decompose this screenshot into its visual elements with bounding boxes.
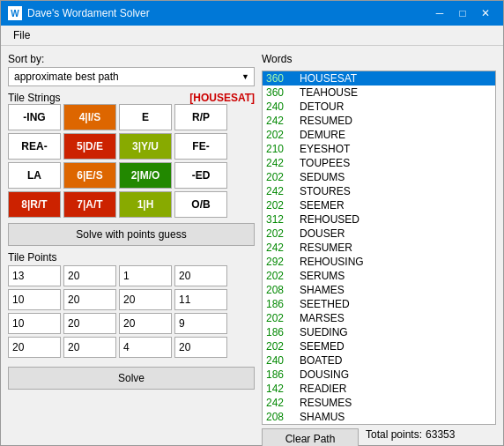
word-score: 208 <box>266 284 293 296</box>
word-item[interactable]: 240DETOUR <box>263 100 495 114</box>
word-score: 202 <box>266 199 293 212</box>
minimize-button[interactable]: ─ <box>429 4 450 22</box>
tile[interactable]: O/B <box>174 191 227 218</box>
point-input[interactable] <box>174 337 227 358</box>
word-text: REHOUSING <box>300 256 364 268</box>
word-score: 202 <box>266 270 293 282</box>
word-text: EYESHOT <box>300 143 350 155</box>
word-score: 240 <box>266 100 293 113</box>
tile[interactable]: E <box>119 104 172 130</box>
word-item[interactable]: 208SHAMES <box>263 283 495 297</box>
word-text: SHAMUS <box>300 411 345 423</box>
point-input[interactable] <box>174 289 227 310</box>
word-item[interactable]: 242STOURES <box>263 184 495 198</box>
word-text: SEEMED <box>300 340 345 353</box>
solve-guess-button[interactable]: Solve with points guess <box>8 223 255 246</box>
tile[interactable]: 3|Y/U <box>119 133 172 160</box>
word-item[interactable]: 186DOUSING <box>263 368 495 382</box>
word-item[interactable]: 360HOUSESAT <box>263 71 495 85</box>
tile[interactable]: 2|M/O <box>119 162 172 189</box>
sort-label: Sort by: <box>8 53 255 65</box>
point-input[interactable] <box>119 265 172 286</box>
tile[interactable]: 4|I/S <box>63 104 116 130</box>
tile[interactable]: 1|H <box>119 191 172 218</box>
point-input[interactable] <box>174 265 227 286</box>
word-item[interactable]: 360TEAHOUSE <box>263 85 495 100</box>
word-item[interactable]: 292REHOUSING <box>263 255 495 269</box>
close-button[interactable]: ✕ <box>475 4 496 22</box>
word-score: 312 <box>266 213 293 226</box>
total-points-value: 63353 <box>426 428 455 441</box>
word-item[interactable]: 202DOUSER <box>263 227 495 241</box>
word-score: 142 <box>266 383 293 395</box>
word-text: DETOUR <box>300 100 344 113</box>
point-input[interactable] <box>63 289 116 310</box>
tile-points-section: Tile Points <box>8 251 255 358</box>
word-item[interactable]: 202DEMURE <box>263 128 495 142</box>
tile[interactable]: 5|D/E <box>63 133 116 160</box>
word-item[interactable]: 242RESUMER <box>263 241 495 255</box>
word-item[interactable]: 202SEDUMS <box>263 170 495 184</box>
point-input[interactable] <box>63 265 116 286</box>
word-item[interactable]: 202SEEMER <box>263 198 495 212</box>
word-item[interactable]: 186SEETHED <box>263 297 495 311</box>
word-score: 208 <box>266 411 293 423</box>
point-input[interactable] <box>174 313 227 334</box>
word-item[interactable]: 242RESUMES <box>263 396 495 410</box>
right-buttons: Clear Path Clear Board <box>262 428 359 446</box>
point-input[interactable] <box>119 313 172 334</box>
word-text: DOUSING <box>300 368 349 381</box>
word-item[interactable]: 210EYESHOT <box>263 142 495 156</box>
word-text: HOUSESAT <box>300 72 357 85</box>
word-text: SUEDING <box>300 326 348 338</box>
sort-section: Sort by: approximate best pathscorealpha… <box>8 53 255 86</box>
point-input[interactable] <box>119 337 172 358</box>
word-item[interactable]: 312REHOUSED <box>263 212 495 227</box>
maximize-button[interactable]: □ <box>452 4 473 22</box>
point-input[interactable] <box>63 337 116 358</box>
word-item[interactable]: 142READIER <box>263 382 495 396</box>
tile[interactable]: LA <box>8 162 61 189</box>
word-item[interactable]: 202MARSES <box>263 311 495 325</box>
solve-button[interactable]: Solve <box>8 367 255 390</box>
stats-section: Total points: 63353 Words found: 618 <box>366 428 455 446</box>
tile[interactable]: 8|R/T <box>8 191 61 218</box>
tile[interactable]: 7|A/T <box>63 191 116 218</box>
word-item[interactable]: 242RESUMED <box>263 114 495 128</box>
tile[interactable]: -ING <box>8 104 61 130</box>
word-text: READIER <box>300 383 346 395</box>
sort-select[interactable]: approximate best pathscorealphabetical <box>8 67 255 86</box>
clear-path-button[interactable]: Clear Path <box>262 428 359 446</box>
tile[interactable]: -ED <box>174 162 227 189</box>
point-input[interactable] <box>63 313 116 334</box>
tile[interactable]: FE- <box>174 133 227 160</box>
word-text: REHOUSED <box>300 213 359 226</box>
word-item[interactable]: 202SERUMS <box>263 269 495 283</box>
word-item[interactable]: 202SEEMED <box>263 339 495 353</box>
point-input[interactable] <box>8 265 61 286</box>
word-score: 186 <box>266 298 293 310</box>
tile-points-label: Tile Points <box>8 251 255 264</box>
word-text: MARSES <box>300 312 345 324</box>
word-score: 240 <box>266 354 293 367</box>
point-input[interactable] <box>8 313 61 334</box>
word-item[interactable]: 242TOUPEES <box>263 156 495 170</box>
title-bar: W Dave's Wordament Solver ─ □ ✕ <box>1 1 503 26</box>
word-item[interactable]: 240BOATED <box>263 353 495 368</box>
tile[interactable]: 6|E/S <box>63 162 116 189</box>
word-text: SEEMER <box>300 199 345 212</box>
title-bar-controls: ─ □ ✕ <box>429 4 496 22</box>
word-item[interactable]: 208SHAMUS <box>263 410 495 424</box>
point-input[interactable] <box>119 289 172 310</box>
word-item[interactable]: 186SUEDING <box>263 325 495 339</box>
word-score: 202 <box>266 129 293 141</box>
file-menu[interactable]: File <box>8 27 35 43</box>
tile[interactable]: R/P <box>174 104 227 130</box>
tile[interactable]: REA- <box>8 133 61 160</box>
words-label: Words <box>262 53 496 65</box>
point-input[interactable] <box>8 337 61 358</box>
word-text: SHAMES <box>300 284 345 296</box>
window-title: Dave's Wordament Solver <box>27 7 150 19</box>
point-input[interactable] <box>8 289 61 310</box>
words-list[interactable]: 360HOUSESAT360TEAHOUSE240DETOUR242RESUME… <box>262 71 496 425</box>
